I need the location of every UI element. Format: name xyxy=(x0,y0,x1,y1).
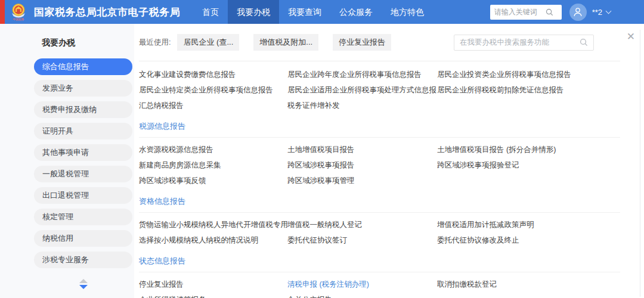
service-link[interactable]: 选择按小规模纳税人纳税的情况说明 xyxy=(139,232,287,248)
sidebar-item-tax-credit[interactable]: 纳税信用 xyxy=(34,230,132,247)
service-link[interactable]: 汇总纳税报告 xyxy=(139,98,287,113)
service-link[interactable]: 居民企业所得税税前扣除凭证信息报告 xyxy=(437,82,620,98)
page-body: 我要办税 综合信息报告 发票业务 税费申报及缴纳 证明开具 其他事项申请 一般退… xyxy=(0,24,644,298)
main-content: ✕ 最近使用: 居民企业 (查... 增值税及附加... 停业复业报告 文化事业… xyxy=(134,24,644,298)
close-icon[interactable]: ✕ xyxy=(627,32,635,42)
nav-tab-inquiry[interactable]: 我要查询 xyxy=(279,0,330,24)
header-search-input[interactable] xyxy=(494,8,546,16)
tax-emblem-icon xyxy=(10,4,27,18)
service-link[interactable]: 跨区域涉税事项报验登记 xyxy=(437,157,620,173)
service-link-empty xyxy=(437,292,620,298)
section-tax-source: 税源信息报告 水资源税税源信息报告 土地增值税项目报告 土地增值税项目报告 (拆… xyxy=(139,121,620,188)
sidebar-item-general-refund[interactable]: 一般退税管理 xyxy=(34,166,132,182)
sidebar-item-comprehensive-info[interactable]: 综合信息报告 xyxy=(34,58,132,75)
service-link[interactable]: 居民企业特定类企业所得税事项信息报告 xyxy=(139,82,287,98)
service-link-empty xyxy=(437,98,620,113)
service-link[interactable]: 税务证件增补发 xyxy=(287,98,437,113)
top-header: 中国税务 国家税务总局北京市电子税务局 首页 我要办税 我要查询 公众服务 地方… xyxy=(0,0,644,24)
scroll-down-icon[interactable] xyxy=(79,285,88,289)
site-title: 国家税务总局北京市电子税务局 xyxy=(34,5,180,19)
service-link[interactable]: 居民企业投资类企业所得税事项信息报告 xyxy=(437,67,620,82)
sidebar-item-export-refund[interactable]: 出口退税管理 xyxy=(34,187,132,204)
username[interactable]: **2 xyxy=(592,8,602,17)
search-icon[interactable] xyxy=(580,38,588,46)
nav-tab-local-features[interactable]: 地方特色 xyxy=(382,0,433,24)
service-search-box[interactable] xyxy=(454,35,594,51)
service-link[interactable]: 增值税一般纳税人登记 xyxy=(287,217,437,232)
recent-use-label: 最近使用: xyxy=(139,38,171,48)
tax-emblem: 中国税务 xyxy=(8,4,29,21)
sidebar-item-tax-professional[interactable]: 涉税专业服务 xyxy=(34,252,132,268)
brand-red-strip xyxy=(0,0,5,24)
recent-use-bar: 最近使用: 居民企业 (查... 增值税及附加... 停业复业报告 xyxy=(139,24,620,61)
service-link[interactable]: 跨区域涉税事项反馈 xyxy=(139,173,287,188)
sidebar-pager xyxy=(34,279,132,289)
service-link[interactable]: 居民企业跨年度企业所得税事项信息报告 xyxy=(287,67,437,82)
service-link[interactable]: 取消扣缴税款登记 xyxy=(437,277,620,292)
recent-button-suspend-resume[interactable]: 停业复业报告 xyxy=(333,34,391,51)
section-status: 状态信息报告 停业复业报告 清税申报 (税务注销办理) 取消扣缴税款登记 企业所… xyxy=(139,256,620,298)
section-title: 状态信息报告 xyxy=(139,256,620,272)
service-link[interactable]: 委托代征协议签订 xyxy=(287,232,437,248)
service-link[interactable]: 居民企业适用企业所得税事项处理方式信息报... xyxy=(287,82,437,98)
sidebar-item-invoice[interactable]: 发票业务 xyxy=(34,80,132,97)
service-search-input[interactable] xyxy=(460,38,580,46)
service-link[interactable]: 跨区域涉税事项管理 xyxy=(287,173,437,188)
scroll-up-icon[interactable] xyxy=(79,279,88,283)
service-link[interactable]: 跨区域涉税事项报告 xyxy=(287,157,437,173)
section-title: 资格信息报告 xyxy=(139,196,620,213)
section-qualification: 资格信息报告 货物运输业小规模纳税人异地代开增值税专用... 增值税一般纳税人登… xyxy=(139,196,620,248)
emblem-caption: 中国税务 xyxy=(13,18,24,20)
service-link[interactable]: 土地增值税项目报告 xyxy=(287,142,437,157)
service-link[interactable]: 货物运输业小规模纳税人异地代开增值税专用... xyxy=(139,217,287,232)
sidebar: 我要办税 综合信息报告 发票业务 税费申报及缴纳 证明开具 其他事项申请 一般退… xyxy=(0,24,134,298)
service-link[interactable]: 土地增值税项目报告 (拆分合并情形) xyxy=(437,142,620,157)
service-link[interactable]: 新建商品房房源信息采集 xyxy=(139,157,287,173)
service-link[interactable]: 增值税适用加计抵减政策声明 xyxy=(437,217,620,232)
chevron-down-icon[interactable] xyxy=(606,8,612,14)
header-search-box[interactable] xyxy=(490,5,562,20)
recent-button-vat-surcharge[interactable]: 增值税及附加... xyxy=(253,34,318,51)
section-comprehensive-grid: 文化事业建设费缴费信息报告 居民企业跨年度企业所得税事项信息报告 居民企业投资类… xyxy=(139,61,620,113)
nav-tab-home[interactable]: 首页 xyxy=(193,0,228,24)
main-nav: 首页 我要办税 我要查询 公众服务 地方特色 xyxy=(193,0,433,24)
sidebar-item-assessment[interactable]: 核定管理 xyxy=(34,209,132,225)
search-icon[interactable] xyxy=(546,8,553,16)
sidebar-item-certificates[interactable]: 证明开具 xyxy=(34,123,132,139)
service-link[interactable]: 停业复业报告 xyxy=(139,277,287,292)
service-link-tax-clearance[interactable]: 清税申报 (税务注销办理) xyxy=(287,277,437,292)
service-link[interactable]: 水资源税税源信息报告 xyxy=(139,142,287,157)
scrollbar-track[interactable] xyxy=(640,30,640,297)
sidebar-item-tax-filing[interactable]: 税费申报及缴纳 xyxy=(34,101,132,118)
sidebar-title: 我要办税 xyxy=(42,38,134,48)
service-link[interactable]: 委托代征协议修改及终止 xyxy=(437,232,620,248)
sidebar-item-other-matters[interactable]: 其他事项申请 xyxy=(34,144,132,161)
section-title: 税源信息报告 xyxy=(139,121,620,138)
service-link[interactable]: 文化事业建设费缴费信息报告 xyxy=(139,67,287,82)
service-link[interactable]: 企业所得税清算报备 xyxy=(139,292,287,298)
user-avatar[interactable] xyxy=(569,4,587,21)
nav-tab-tax-services[interactable]: 我要办税 xyxy=(228,0,279,24)
person-icon xyxy=(572,7,583,17)
recent-button-resident-enterprise[interactable]: 居民企业 (查... xyxy=(177,34,239,51)
service-link-empty xyxy=(437,173,620,188)
nav-tab-public-services[interactable]: 公众服务 xyxy=(330,0,382,24)
service-link[interactable]: 合并分立报告 xyxy=(287,292,437,298)
